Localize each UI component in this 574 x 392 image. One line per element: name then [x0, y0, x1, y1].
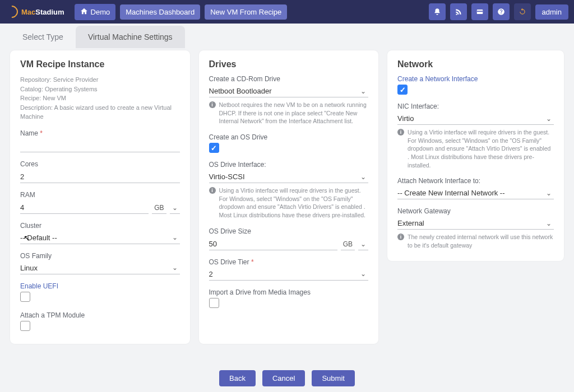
uefi-label: Enable UEFI	[20, 282, 180, 290]
chevron-down-icon: ⌄	[170, 264, 180, 272]
cluster-select[interactable]: -- Default -- ⌄	[20, 231, 180, 244]
svg-rect-1	[476, 11, 483, 12]
osdrive-iface-info: i Using a Virtio interface will require …	[209, 186, 369, 220]
cores-input[interactable]	[20, 170, 180, 183]
name-label: Name *	[20, 129, 180, 137]
cluster-value: -- Default --	[20, 234, 170, 242]
osfamily-select[interactable]: Linux ⌄	[20, 262, 180, 274]
tab-select-type[interactable]: Select Type	[10, 26, 76, 48]
chevron-down-icon: ⌄	[170, 234, 180, 241]
drives-title: Drives	[209, 59, 369, 69]
import-drive-checkbox[interactable]	[209, 298, 219, 308]
demo-label: Demo	[91, 8, 110, 16]
cdrom-info: i Netboot requires the new VM to be on a…	[209, 101, 369, 125]
back-button[interactable]: Back	[219, 370, 256, 386]
info-icon: i	[209, 187, 216, 194]
info-icon: i	[397, 234, 404, 240]
refresh-icon-button[interactable]	[514, 3, 531, 20]
brand-mac: Mac	[21, 8, 35, 16]
cores-label: Cores	[20, 160, 180, 168]
chevron-down-icon: ⌄	[358, 173, 368, 181]
chevron-down-icon: ⌄	[544, 115, 554, 123]
info-icon: i	[397, 129, 404, 136]
network-title: Network	[397, 59, 554, 69]
chevron-down-icon: ⌄	[544, 220, 554, 227]
create-nic-checkbox[interactable]: ✓	[397, 85, 408, 95]
osdrive-size-input[interactable]	[209, 237, 337, 250]
osdrive-size-unit-dropdown[interactable]: ⌄	[358, 240, 368, 250]
osdrive-size-unit: GB	[341, 240, 355, 250]
cdrom-value: Netboot Bootloader	[209, 87, 359, 95]
tab-bar: Select Type Virtual Machine Settings	[0, 26, 574, 48]
create-nic-label: Create a Network Interface	[397, 75, 554, 83]
osdrive-tier-select[interactable]: 2 ⌄	[209, 268, 369, 281]
rss-icon-button[interactable]	[450, 3, 467, 20]
cluster-label: Cluster	[20, 222, 180, 230]
osdrive-checkbox[interactable]: ✓	[209, 143, 219, 153]
chevron-down-icon: ⌄	[358, 270, 368, 278]
attach-nic-value: -- Create New Internal Network --	[397, 189, 544, 197]
uefi-checkbox[interactable]	[20, 292, 30, 302]
vm-recipe: Recipe: New VM	[20, 94, 180, 103]
machines-dashboard-button[interactable]: Machines Dashboard	[120, 4, 200, 20]
help-icon-button[interactable]	[493, 3, 510, 20]
import-drive-label: Import a Drive from Media Images	[209, 288, 369, 296]
vm-title: VM Recipe Instance	[20, 59, 180, 69]
demo-button[interactable]: Demo	[75, 4, 116, 20]
osdrive-iface-value: Virtio-SCSI	[209, 172, 359, 181]
vm-repo: Repository: Service Provider	[20, 75, 180, 85]
bell-icon-button[interactable]	[429, 3, 446, 20]
home-icon	[80, 7, 88, 17]
cancel-button[interactable]: Cancel	[262, 370, 305, 386]
brand-logo: MacStadium	[6, 6, 64, 18]
nic-iface-label: NIC Interface:	[397, 102, 554, 110]
chevron-down-icon: ⌄	[358, 87, 368, 95]
tpm-label: Attach a TPM Module	[20, 311, 180, 319]
card-icon-button[interactable]	[471, 3, 488, 20]
gateway-select[interactable]: External ⌄	[397, 217, 554, 230]
tab-vm-settings[interactable]: Virtual Machine Settings	[76, 26, 185, 48]
nic-iface-value: Virtio	[397, 114, 544, 123]
osdrive-iface-label: OS Drive Interface:	[209, 161, 369, 169]
brand-text: MacStadium	[21, 8, 64, 16]
gateway-label: Network Gateway	[397, 207, 554, 215]
attach-nic-label: Attach Network Interface to:	[397, 177, 554, 185]
osdrive-iface-info-text: Using a Virtio interface will require dr…	[219, 186, 369, 220]
osfamily-label: OS Family	[20, 252, 180, 260]
osdrive-size-label: OS Drive Size	[209, 227, 369, 235]
drives-card: Drives Create a CD-Rom Drive Netboot Boo…	[199, 50, 379, 344]
cdrom-info-text: Netboot requires the new VM to be on a n…	[219, 101, 369, 125]
osfamily-value: Linux	[20, 264, 170, 272]
new-vm-from-recipe-button[interactable]: New VM From Recipe	[205, 4, 287, 20]
osdrive-tier-value: 2	[209, 270, 359, 278]
osdrive-tier-label: OS Drive Tier *	[209, 258, 369, 266]
content-columns: VM Recipe Instance Repository: Service P…	[0, 48, 574, 344]
chevron-down-icon: ⌄	[544, 189, 554, 197]
info-icon: i	[209, 101, 216, 108]
ram-unit: GB	[152, 204, 166, 214]
network-card: Network Create a Network Interface ✓ NIC…	[387, 50, 564, 261]
submit-button[interactable]: Submit	[312, 370, 354, 386]
vm-meta: Repository: Service Provider Catalog: Op…	[20, 75, 180, 122]
nic-iface-select[interactable]: Virtio ⌄	[397, 112, 554, 125]
nic-iface-info: i Using a Virtio interface will require …	[397, 128, 554, 169]
brand-stadium: Stadium	[35, 8, 64, 16]
vm-recipe-card: VM Recipe Instance Repository: Service P…	[10, 50, 190, 344]
ram-input[interactable]	[20, 200, 149, 214]
logo-icon	[3, 3, 20, 20]
admin-button[interactable]: admin	[535, 4, 568, 20]
ram-label: RAM	[20, 191, 180, 199]
attach-nic-select[interactable]: -- Create New Internal Network -- ⌄	[397, 186, 554, 199]
osdrive-label: Create an OS Drive	[209, 133, 369, 141]
ram-unit-dropdown[interactable]: ⌄	[170, 204, 180, 214]
vm-desc: Description: A basic wizard used to crea…	[20, 103, 180, 122]
cdrom-select[interactable]: Netboot Bootloader ⌄	[209, 85, 369, 97]
cdrom-label: Create a CD-Rom Drive	[209, 75, 369, 83]
vm-catalog: Catalog: Operating Systems	[20, 85, 180, 94]
gateway-value: External	[397, 219, 544, 227]
osdrive-iface-select[interactable]: Virtio-SCSI ⌄	[209, 170, 369, 183]
gateway-info: i The newly created internal network wil…	[397, 233, 554, 249]
name-input[interactable]	[20, 139, 180, 152]
top-bar: MacStadium Demo Machines Dashboard New V…	[0, 0, 574, 24]
tpm-checkbox[interactable]	[20, 321, 30, 331]
